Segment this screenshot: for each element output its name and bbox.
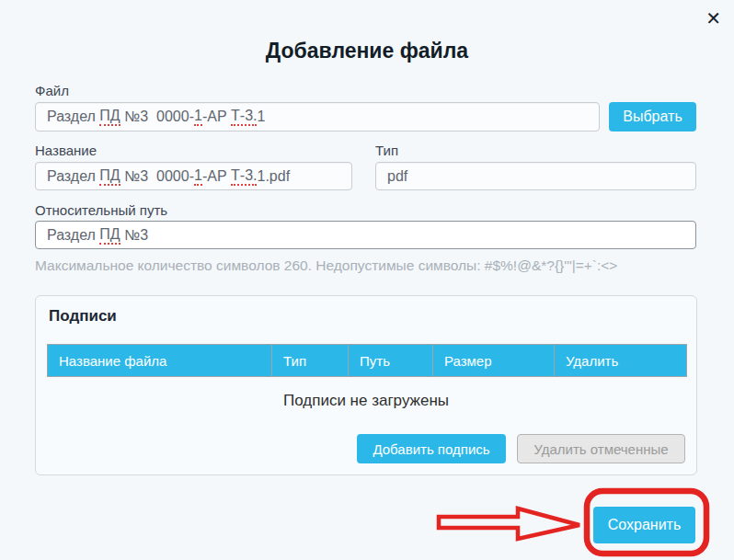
signatures-heading: Подписи	[49, 307, 117, 326]
close-icon[interactable]: ✕	[705, 9, 721, 28]
choose-file-button[interactable]: Выбрать	[609, 102, 696, 131]
signatures-empty-text: Подписи не загружены	[36, 392, 696, 410]
column-header-delete: Удалить	[555, 345, 687, 376]
annotation-overlay	[0, 0, 734, 560]
annotation-arrow-icon	[439, 509, 579, 539]
relative-path-label: Относительный путь	[35, 202, 167, 218]
save-button[interactable]: Сохранить	[593, 507, 695, 543]
signatures-buttons: Добавить подпись Удалить отмеченные	[357, 434, 685, 463]
relative-path-input[interactable]: Раздел ПД №3	[35, 221, 696, 249]
name-input[interactable]: Раздел ПД №3 0000-1-АР Т-3.1.pdf	[35, 162, 352, 190]
file-label: Файл	[35, 83, 69, 98]
file-input[interactable]: Раздел ПД №3 0000-1-АР Т-3.1	[35, 102, 600, 131]
path-hint-text: Максимальное количество символов 260. Не…	[35, 257, 617, 274]
column-header-type: Тип	[272, 345, 349, 376]
column-header-size: Размер	[433, 345, 555, 376]
signatures-table-header: Название файла Тип Путь Размер Удалить	[47, 344, 687, 377]
type-label: Тип	[375, 143, 398, 158]
type-input[interactable]: pdf	[375, 162, 696, 190]
page-title: Добавление файла	[0, 39, 734, 63]
name-label: Название	[35, 143, 97, 158]
add-signature-button[interactable]: Добавить подпись	[357, 434, 506, 463]
add-file-modal: { "modal": { "title": "Добавление файла"…	[0, 0, 734, 560]
column-header-path: Путь	[349, 345, 433, 376]
column-header-filename: Название файла	[47, 345, 272, 376]
signatures-section: Подписи Название файла Тип Путь Размер У…	[35, 295, 697, 475]
remove-marked-button[interactable]: Удалить отмеченные	[517, 434, 685, 463]
